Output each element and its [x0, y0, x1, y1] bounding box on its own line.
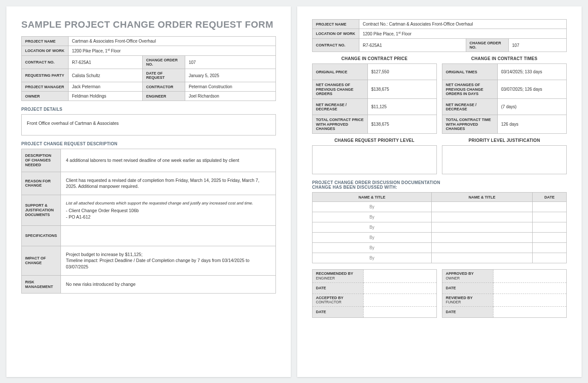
label-total-time: TOTAL CONTRACT TIME WITH APPROVED CHANGE…: [442, 115, 498, 134]
val2-project-name: Contract No.: Cartman & Associates Front…: [359, 20, 567, 29]
section-discussion: PROJECT CHANGE ORDER DISCUSSION DOCUMENT…: [312, 180, 567, 190]
label-requesting-party: REQUESTING PARTY: [22, 69, 69, 82]
val-desc-changes: 4 additional laborers to meet revised de…: [60, 149, 275, 172]
label-impact: IMPACT OF CHANGE: [22, 246, 61, 275]
val-approved: [493, 270, 567, 282]
label-pm: PROJECT MANAGER: [22, 82, 69, 92]
title-change-times: CHANGE IN CONTRACT TIMES: [442, 56, 567, 61]
label-contract-no: CONTRACT NO.: [22, 56, 69, 69]
label-net-inc-times: NET INCREASE / DECREASE: [442, 99, 498, 115]
val-orig-price: $127,550: [368, 64, 437, 80]
val-impact: Project budget to increase by $11,125; T…: [60, 246, 275, 275]
val-net-inc-price: $11,125: [368, 99, 437, 115]
times-table: ORIGINAL TIMES03/14/2025; 133 days NET C…: [442, 63, 567, 134]
col-date: DATE: [533, 193, 567, 202]
val-app-date: [493, 282, 567, 294]
val-net-inc-times: (7 days): [498, 99, 567, 115]
label-risk: RISK MANAGEMENT: [22, 275, 61, 294]
label-acc-date: DATE: [313, 306, 364, 317]
change-price-block: CHANGE IN CONTRACT PRICE ORIGINAL PRICE$…: [312, 56, 437, 134]
priority-just-box: [442, 145, 567, 174]
header-table-2: PROJECT NAME Contract No.: Cartman & Ass…: [312, 19, 567, 52]
title-priority: CHANGE REQUEST PRIORITY LEVEL: [312, 138, 437, 143]
project-details-box: Front Office overhaul of Cartman & Assoc…: [21, 114, 276, 135]
val-reason: Client has requested a revised date of c…: [60, 172, 275, 195]
col-name-title-1: NAME & TITLE: [313, 193, 432, 202]
label2-contract-no: CONTRACT NO.: [313, 39, 359, 52]
val-pm: Jack Peterman: [69, 82, 143, 92]
label-project-name: PROJECT NAME: [22, 37, 69, 46]
page-1: SAMPLE PROJECT CHANGE ORDER REQUEST FORM…: [6, 6, 291, 377]
val-accepted: [364, 294, 437, 306]
val-total-time: 126 days: [498, 115, 567, 134]
col-name-title-2: NAME & TITLE: [432, 193, 533, 202]
label2-project-name: PROJECT NAME: [313, 20, 359, 29]
sign-table-right: APPROVED BYOWNER DATE REVIEWED BYFUNDER …: [442, 269, 567, 317]
label-reviewed: REVIEWED BYFUNDER: [442, 294, 493, 306]
val-owner: Feldman Holdings: [69, 92, 143, 101]
val-location: 1200 Pike Place, 1st Floor: [69, 46, 276, 56]
val-net-prev-price: $138,675: [368, 80, 437, 99]
title-priority-just: PRIORITY LEVEL JUSTIFICATION: [442, 138, 567, 143]
label-engineer: ENGINEER: [143, 92, 185, 101]
val-reviewed: [493, 294, 567, 306]
discuss-row: By: [313, 243, 567, 253]
label-change-order-no: CHANGE ORDER NO.: [143, 56, 185, 69]
val-requesting-party: Calista Schultz: [69, 69, 143, 82]
val-support-docs: List all attached documents which suppor…: [60, 195, 275, 226]
label-total-price: TOTAL CONTRACT PRICE WITH APPROVED CHANG…: [313, 115, 368, 134]
label-app-date: DATE: [442, 282, 493, 294]
discussion-table: NAME & TITLE NAME & TITLE DATE By By By …: [312, 192, 567, 263]
support-note: List all attached documents which suppor…: [66, 200, 270, 206]
label-recommended: RECOMMENDED BYENGINEER: [313, 270, 364, 282]
discuss-row: By: [313, 212, 567, 222]
label-rec-date: DATE: [313, 282, 364, 294]
label-owner: OWNER: [22, 92, 69, 101]
section-project-details: PROJECT DETAILS: [21, 107, 276, 112]
change-times-block: CHANGE IN CONTRACT TIMES ORIGINAL TIMES0…: [442, 56, 567, 134]
price-table: ORIGINAL PRICE$127,550 NET CHANGES OF PR…: [312, 63, 437, 134]
page-2: PROJECT NAME Contract No.: Cartman & Ass…: [297, 6, 582, 377]
label-location: LOCATION OF WORK: [22, 46, 69, 56]
label2-change-order-no: CHANGE ORDER NO.: [466, 39, 508, 52]
label-approved: APPROVED BYOWNER: [442, 270, 493, 282]
val-rev-date: [493, 306, 567, 317]
section-change-desc: PROJECT CHANGE REQUEST DESCRIPTION: [21, 141, 276, 146]
label-contractor: CONTRACTOR: [143, 82, 185, 92]
val-specs: [60, 225, 275, 246]
val-rec-date: [364, 282, 437, 294]
priority-box: [312, 145, 437, 174]
val2-location: 1200 Pike Place, 1st Floor: [359, 29, 567, 39]
discuss-row: By: [313, 233, 567, 243]
label-net-prev-times: NET CHANGES OF PREVIOUS CHANGE ORDERS IN…: [442, 80, 498, 99]
val-change-order-no: 107: [185, 56, 276, 69]
val-risk: No new risks introduced by change: [60, 275, 275, 294]
val-contractor: Peterman Construction: [185, 82, 276, 92]
label2-location: LOCATION OF WORK: [313, 29, 359, 39]
label-orig-times: ORIGINAL TIMES: [442, 64, 498, 80]
label-net-inc-price: NET INCREASE / DECREASE: [313, 99, 368, 115]
title-change-price: CHANGE IN CONTRACT PRICE: [312, 56, 437, 61]
val-orig-times: 03/14/2025; 133 days: [498, 64, 567, 80]
label-specs: SPECIFICATIONS: [22, 225, 61, 246]
form-title: SAMPLE PROJECT CHANGE ORDER REQUEST FORM: [21, 19, 276, 30]
val-project-name: Cartman & Associates Front-Office Overha…: [69, 37, 276, 46]
val-date-request: January 5, 2025: [185, 69, 276, 82]
val2-contract-no: R7-625A1: [359, 39, 466, 52]
change-request-table: DESCRIPTION OF CHANGES NEEDED 4 addition…: [21, 149, 276, 294]
sign-table-left: RECOMMENDED BYENGINEER DATE ACCEPTED BYC…: [312, 269, 437, 317]
label-desc-changes: DESCRIPTION OF CHANGES NEEDED: [22, 149, 61, 172]
val2-change-order-no: 107: [508, 39, 566, 52]
val-net-prev-times: 03/07/2025; 126 days: [498, 80, 567, 99]
label-accepted: ACCEPTED BYCONTRACTOR: [313, 294, 364, 306]
val-recommended: [364, 270, 437, 282]
label-date-request: DATE OF REQUEST: [143, 69, 185, 82]
label-net-prev-price: NET CHANGES OF PREVIOUS CHANGE ORDERS: [313, 80, 368, 99]
val-contract-no: R7-625A1: [69, 56, 143, 69]
label-orig-price: ORIGINAL PRICE: [313, 64, 368, 80]
label-reason: REASON FOR CHANGE: [22, 172, 61, 195]
header-table: PROJECT NAME Cartman & Associates Front-…: [21, 36, 276, 101]
discuss-row: By: [313, 202, 567, 212]
priority-just-block: PRIORITY LEVEL JUSTIFICATION: [442, 138, 567, 174]
val-acc-date: [364, 306, 437, 317]
